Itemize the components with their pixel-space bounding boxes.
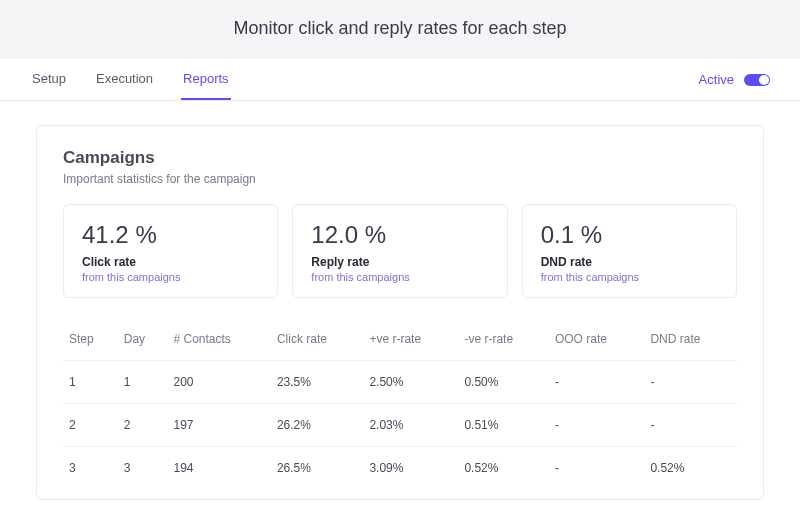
- panel-title: Campaigns: [63, 148, 737, 168]
- cell: 3: [118, 447, 168, 490]
- campaigns-panel: Campaigns Important statistics for the c…: [36, 125, 764, 500]
- table-row: 1 1 200 23.5% 2.50% 0.50% - -: [63, 361, 737, 404]
- cell: 197: [167, 404, 270, 447]
- cell: 3: [63, 447, 118, 490]
- tab-execution[interactable]: Execution: [94, 59, 155, 100]
- th-neg-rrate: -ve r-rate: [458, 320, 549, 361]
- cell: -: [549, 404, 644, 447]
- tab-setup[interactable]: Setup: [30, 59, 68, 100]
- page-title: Monitor click and reply rates for each s…: [0, 18, 800, 39]
- cell: -: [644, 404, 737, 447]
- cell: 26.5%: [271, 447, 364, 490]
- table-row: 2 2 197 26.2% 2.03% 0.51% - -: [63, 404, 737, 447]
- cell: 1: [63, 361, 118, 404]
- card-sub: from this campaigns: [541, 271, 718, 283]
- cell: 0.50%: [458, 361, 549, 404]
- toggle-knob-icon: [759, 75, 769, 85]
- tab-reports[interactable]: Reports: [181, 59, 231, 100]
- table-row: 3 3 194 26.5% 3.09% 0.52% - 0.52%: [63, 447, 737, 490]
- active-toggle[interactable]: [744, 74, 770, 86]
- th-contacts: # Contacts: [167, 320, 270, 361]
- table-header-row: Step Day # Contacts Click rate +ve r-rat…: [63, 320, 737, 361]
- status-group: Active: [699, 72, 770, 87]
- summary-cards: 41.2 % Click rate from this campaigns 12…: [63, 204, 737, 298]
- cell: -: [549, 447, 644, 490]
- cell: 0.52%: [458, 447, 549, 490]
- cell: 23.5%: [271, 361, 364, 404]
- cell: -: [549, 361, 644, 404]
- card-value: 12.0 %: [311, 221, 488, 249]
- cell: 0.52%: [644, 447, 737, 490]
- cell: 2: [63, 404, 118, 447]
- card-sub: from this campaigns: [82, 271, 259, 283]
- cell: -: [644, 361, 737, 404]
- hero: Monitor click and reply rates for each s…: [0, 0, 800, 59]
- cell: 2.50%: [363, 361, 458, 404]
- cell: 1: [118, 361, 168, 404]
- th-ooo-rate: OOO rate: [549, 320, 644, 361]
- cell: 194: [167, 447, 270, 490]
- card-sub: from this campaigns: [311, 271, 488, 283]
- th-pos-rrate: +ve r-rate: [363, 320, 458, 361]
- panel-subtitle: Important statistics for the campaign: [63, 172, 737, 186]
- steps-table: Step Day # Contacts Click rate +ve r-rat…: [63, 320, 737, 489]
- status-label: Active: [699, 72, 734, 87]
- card-label: DND rate: [541, 255, 718, 269]
- tabs: Setup Execution Reports: [30, 59, 699, 100]
- card-value: 41.2 %: [82, 221, 259, 249]
- th-dnd-rate: DND rate: [644, 320, 737, 361]
- cell: 0.51%: [458, 404, 549, 447]
- card-value: 0.1 %: [541, 221, 718, 249]
- tabbar: Setup Execution Reports Active: [0, 59, 800, 101]
- cell: 26.2%: [271, 404, 364, 447]
- cell: 2.03%: [363, 404, 458, 447]
- card-label: Click rate: [82, 255, 259, 269]
- th-click-rate: Click rate: [271, 320, 364, 361]
- cell: 3.09%: [363, 447, 458, 490]
- panel-wrap: Campaigns Important statistics for the c…: [0, 101, 800, 524]
- card-label: Reply rate: [311, 255, 488, 269]
- th-step: Step: [63, 320, 118, 361]
- card-click-rate: 41.2 % Click rate from this campaigns: [63, 204, 278, 298]
- card-dnd-rate: 0.1 % DND rate from this campaigns: [522, 204, 737, 298]
- th-day: Day: [118, 320, 168, 361]
- cell: 200: [167, 361, 270, 404]
- cell: 2: [118, 404, 168, 447]
- card-reply-rate: 12.0 % Reply rate from this campaigns: [292, 204, 507, 298]
